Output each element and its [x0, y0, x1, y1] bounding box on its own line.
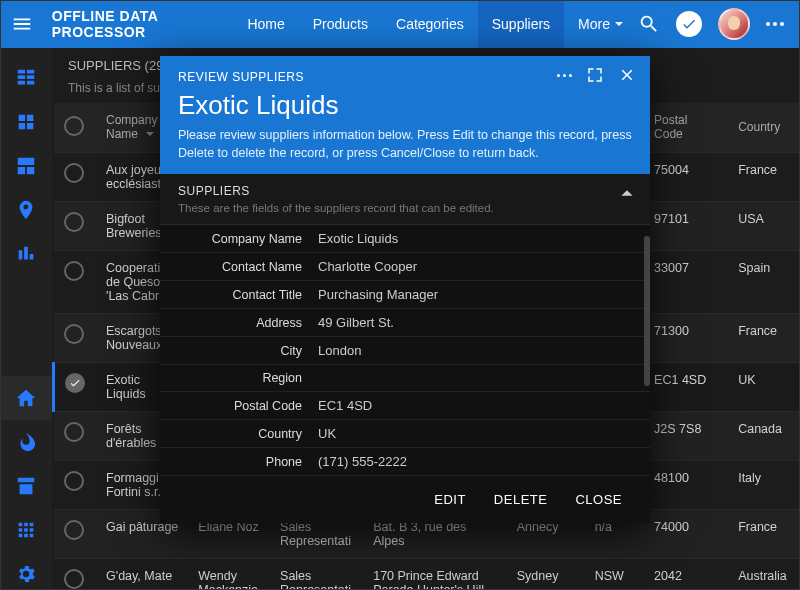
edit-button[interactable]: EDIT — [420, 486, 480, 513]
delete-button[interactable]: DELETE — [480, 486, 562, 513]
app-title: OFFLINE DATA PROCESSOR — [52, 8, 210, 40]
nav-products[interactable]: Products — [299, 0, 382, 48]
sidebar-apps[interactable] — [0, 100, 52, 144]
row-check[interactable] — [64, 261, 84, 281]
cell-postal: EC1 4SD — [644, 362, 728, 411]
detail-value: EC1 4SD — [318, 398, 632, 413]
modal-section-sub: These are the fields of the suppliers re… — [178, 202, 632, 214]
sidebar-grid[interactable] — [0, 56, 52, 100]
cell-company: G'day, Mate — [96, 558, 188, 590]
cell-postal: 97101 — [644, 201, 728, 250]
detail-label: Contact Name — [178, 260, 318, 274]
select-all-check[interactable] — [64, 116, 84, 136]
sidebar — [0, 48, 52, 590]
sidebar-feature[interactable] — [0, 144, 52, 188]
close-icon[interactable] — [618, 66, 636, 84]
detail-row[interactable]: Region — [160, 364, 650, 391]
detail-row[interactable]: CountryUK — [160, 419, 650, 447]
grid-icon — [15, 67, 37, 89]
cell-country: Canada — [728, 411, 800, 460]
table-row[interactable]: G'day, MateWendy MackenzieSales Represen… — [54, 558, 801, 590]
user-avatar[interactable] — [718, 8, 750, 40]
cell-postal: 75004 — [644, 152, 728, 201]
nav-more[interactable]: More — [564, 0, 638, 48]
apps-icon — [15, 111, 37, 133]
detail-value: Exotic Liquids — [318, 231, 632, 246]
nav-more-label: More — [578, 16, 610, 32]
sidebar-grid2[interactable] — [0, 508, 52, 552]
modal-section-header[interactable]: SUPPLIERS These are the fields of the su… — [160, 174, 650, 225]
modal-header: REVIEW SUPPLIERS Exotic Liquids Please r… — [160, 56, 650, 174]
close-button[interactable]: CLOSE — [561, 486, 636, 513]
modal-footer: EDIT DELETE CLOSE — [160, 475, 650, 523]
cell-postal: 71300 — [644, 313, 728, 362]
col-checkbox[interactable] — [54, 103, 97, 152]
search-icon[interactable] — [638, 13, 660, 35]
sidebar-chart[interactable] — [0, 232, 52, 276]
row-check[interactable] — [64, 471, 84, 491]
detail-row[interactable]: Contact TitlePurchasing Manager — [160, 280, 650, 308]
nav-home[interactable]: Home — [233, 0, 298, 48]
detail-label: City — [178, 344, 318, 358]
app-header: OFFLINE DATA PROCESSOR Home Products Cat… — [0, 0, 800, 48]
detail-label: Postal Code — [178, 399, 318, 413]
detail-row[interactable]: Phone(171) 555-2222 — [160, 447, 650, 475]
header-right — [638, 8, 792, 40]
location-icon — [15, 199, 37, 221]
detail-row[interactable]: Company NameExotic Liquids — [160, 225, 650, 252]
cell-postal: J2S 7S8 — [644, 411, 728, 460]
cell-country: France — [728, 509, 800, 558]
more-actions[interactable] — [766, 22, 784, 26]
detail-label: Phone — [178, 455, 318, 469]
detail-value: Purchasing Manager — [318, 287, 632, 302]
top-nav: Home Products Categories Suppliers More — [233, 0, 638, 48]
cell-postal: 74000 — [644, 509, 728, 558]
chevron-down-icon — [614, 19, 624, 29]
row-check[interactable] — [64, 324, 84, 344]
row-check[interactable] — [64, 163, 84, 183]
cell-region: NSW — [585, 558, 644, 590]
detail-label: Company Name — [178, 232, 318, 246]
menu-button[interactable] — [8, 13, 36, 35]
sidebar-fire[interactable] — [0, 420, 52, 464]
detail-value: UK — [318, 426, 632, 441]
detail-row[interactable]: Postal CodeEC1 4SD — [160, 391, 650, 419]
detail-row[interactable]: CityLondon — [160, 336, 650, 364]
sort-down-icon — [145, 128, 155, 142]
col-country[interactable]: Country — [728, 103, 800, 152]
cell-country: Italy — [728, 460, 800, 509]
modal-scrollbar[interactable] — [644, 236, 650, 386]
cell-country: France — [728, 152, 800, 201]
cell-country: USA — [728, 201, 800, 250]
modal-description: Please review suppliers information belo… — [178, 127, 632, 162]
row-check[interactable] — [64, 569, 84, 589]
row-check[interactable] — [64, 422, 84, 442]
cell-country: France — [728, 313, 800, 362]
chart-icon — [15, 243, 37, 265]
cell-country: UK — [728, 362, 800, 411]
nav-suppliers[interactable]: Suppliers — [478, 0, 564, 48]
cell-country: Spain — [728, 250, 800, 313]
row-check[interactable] — [64, 520, 84, 540]
detail-row[interactable]: Address49 Gilbert St. — [160, 308, 650, 336]
detail-label: Region — [178, 371, 318, 385]
review-modal: REVIEW SUPPLIERS Exotic Liquids Please r… — [160, 56, 650, 523]
sidebar-settings[interactable] — [0, 552, 52, 590]
nav-categories[interactable]: Categories — [382, 0, 478, 48]
sync-status[interactable] — [676, 11, 702, 37]
sidebar-home[interactable] — [0, 376, 52, 420]
detail-value: Charlotte Cooper — [318, 259, 632, 274]
sidebar-archive[interactable] — [0, 464, 52, 508]
detail-row[interactable]: Contact NameCharlotte Cooper — [160, 252, 650, 280]
row-check[interactable] — [64, 212, 84, 232]
row-check[interactable] — [65, 373, 85, 393]
modal-more-actions[interactable] — [557, 74, 572, 77]
sidebar-location[interactable] — [0, 188, 52, 232]
settings-icon — [15, 563, 37, 585]
modal-title: Exotic Liquids — [178, 90, 632, 121]
grid2-icon — [15, 519, 37, 541]
hamburger-icon — [11, 13, 33, 35]
col-postal[interactable]: Postal Code — [644, 103, 728, 152]
fire-icon — [15, 431, 37, 453]
fullscreen-icon[interactable] — [586, 66, 604, 84]
